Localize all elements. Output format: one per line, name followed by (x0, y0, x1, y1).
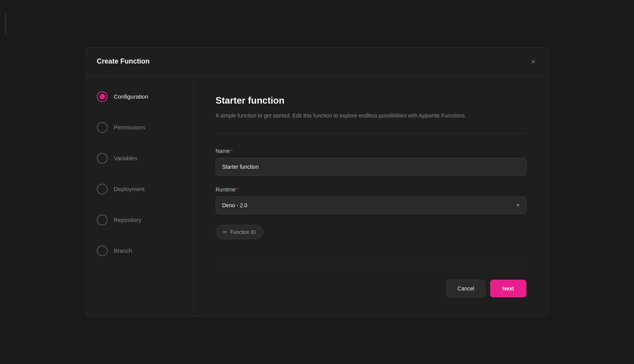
pencil-icon: ✏ (223, 229, 227, 235)
create-function-modal: Create Function × Configuration Permissi… (86, 47, 548, 317)
runtime-label: Runtime* (216, 186, 526, 193)
runtime-select[interactable]: Deno - 2.0 Node.js - 18.0 PHP - 8.0 Pyth… (216, 196, 526, 214)
step-circle-configuration (97, 91, 108, 102)
step-circle-repository (97, 215, 108, 225)
name-form-group: Name* (216, 148, 526, 176)
step-wrapper-variables: Variables (97, 153, 183, 164)
runtime-form-group: Runtime* Deno - 2.0 Node.js - 18.0 PHP -… (216, 186, 526, 214)
next-button[interactable]: Next (490, 280, 526, 297)
name-label: Name* (216, 148, 526, 154)
section-title: Starter function (216, 95, 526, 106)
sidebar-item-label-branch: Branch (114, 247, 132, 254)
bottom-divider (216, 264, 526, 264)
sidebar-item-permissions[interactable]: Permissions (97, 122, 183, 133)
section-divider (216, 134, 526, 134)
sidebar-item-label-repository: Repository (114, 216, 142, 223)
sidebar-item-label-permissions: Permissions (114, 124, 145, 131)
cancel-button[interactable]: Cancel (446, 280, 486, 297)
step-wrapper-repository: Repository (97, 215, 183, 225)
name-input[interactable] (216, 158, 526, 176)
name-required-star: * (231, 148, 233, 154)
sidebar-item-repository[interactable]: Repository (97, 215, 183, 225)
sidebar-item-branch[interactable]: Branch (97, 245, 183, 256)
runtime-required-star: * (236, 186, 238, 193)
modal-body: Configuration Permissions Variables (86, 76, 548, 317)
step-wrapper-deployment: Deployment (97, 184, 183, 195)
sidebar: Configuration Permissions Variables (86, 76, 194, 317)
sidebar-item-label-variables: Variables (114, 155, 137, 161)
step-wrapper-configuration: Configuration (97, 91, 183, 102)
step-circle-permissions (97, 122, 108, 133)
sidebar-item-configuration[interactable]: Configuration (97, 91, 183, 102)
sidebar-item-label-deployment: Deployment (114, 186, 145, 192)
step-circle-variables (97, 153, 108, 164)
modal-title: Create Function (97, 57, 150, 65)
main-content: Starter function A simple function to ge… (194, 76, 548, 317)
sidebar-item-deployment[interactable]: Deployment (97, 184, 183, 195)
step-wrapper-permissions: Permissions (97, 122, 183, 133)
sidebar-item-variables[interactable]: Variables (97, 153, 183, 164)
close-button[interactable]: × (529, 56, 537, 67)
step-circle-branch (97, 245, 108, 256)
step-wrapper-branch: Branch (97, 245, 183, 256)
modal-header: Create Function × (86, 48, 548, 76)
function-id-button[interactable]: ✏ Function ID (216, 225, 263, 239)
footer-actions: Cancel Next (216, 280, 526, 297)
runtime-select-wrapper: Deno - 2.0 Node.js - 18.0 PHP - 8.0 Pyth… (216, 196, 526, 214)
function-id-label: Function ID (230, 229, 256, 235)
sidebar-item-label-configuration: Configuration (114, 93, 148, 100)
section-description: A simple function to get started. Edit t… (216, 111, 509, 120)
function-id-group: ✏ Function ID (216, 225, 526, 239)
step-circle-deployment (97, 184, 108, 195)
